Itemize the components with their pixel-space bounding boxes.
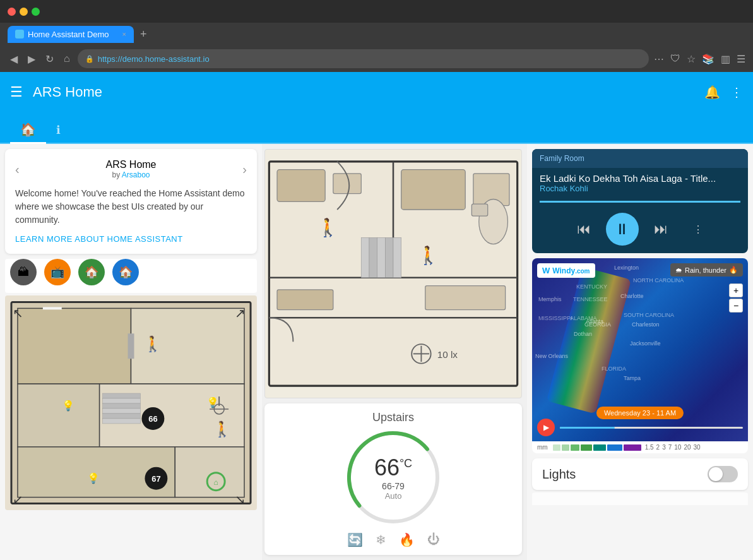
media-pause-button[interactable]: ⏸ bbox=[606, 213, 639, 246]
rain-thunder-badge: 🌧 Rain, thunder 🔥 bbox=[670, 263, 743, 277]
main-person-1: 🚶 bbox=[317, 217, 339, 238]
thermo-power-icon[interactable]: ⏻ bbox=[427, 532, 440, 547]
weather-card: Lexington KENTUCKY NORTH CAROLINA Memphi… bbox=[532, 258, 748, 453]
media-prev-button[interactable]: ⏮ bbox=[577, 221, 591, 237]
svg-rect-11 bbox=[103, 403, 141, 408]
scale-1 bbox=[553, 444, 560, 451]
svg-text:⌂: ⌂ bbox=[214, 478, 218, 487]
next-row-partial bbox=[532, 492, 748, 505]
weather-map[interactable]: Lexington KENTUCKY NORTH CAROLINA Memphi… bbox=[532, 258, 748, 441]
scale-unit: mm bbox=[537, 444, 548, 451]
scale-4 bbox=[581, 444, 592, 451]
community-icons: 🏔 📺 🏠 🏠 bbox=[10, 259, 252, 285]
house-icon: 🏠 bbox=[20, 122, 36, 137]
media-next-button[interactable]: ⏭ bbox=[654, 221, 668, 237]
state-tennessee: TENNESSEE bbox=[573, 296, 608, 302]
thermostat-name: Upstairs bbox=[372, 411, 414, 424]
author-link[interactable]: Arsaboo bbox=[122, 170, 150, 179]
prev-arrow-button[interactable]: ‹ bbox=[15, 162, 20, 177]
left-panel: ‹ ARS Home by Arsaboo › Welcome home! Yo… bbox=[0, 144, 262, 560]
scale-5 bbox=[593, 444, 606, 451]
svg-rect-14 bbox=[103, 419, 141, 424]
hamburger-menu[interactable]: ☰ bbox=[10, 84, 23, 100]
extensions-icon[interactable]: ⋯ bbox=[654, 53, 664, 65]
header-more-icon[interactable]: ⋮ bbox=[730, 85, 743, 100]
back-button[interactable]: ◀ bbox=[8, 51, 20, 68]
corner-arrow-tr: ↗ bbox=[235, 306, 246, 320]
thermostat-ring[interactable]: 66°C 66-79 Auto bbox=[343, 427, 444, 527]
state-mississippi: MISSISSIPPI bbox=[538, 315, 572, 321]
thermo-flame-icon[interactable]: 🔥 bbox=[399, 532, 415, 547]
media-artist-name: Rochak Kohli bbox=[532, 184, 748, 198]
light-icon-3: 💡 bbox=[87, 472, 100, 484]
city-charleston: Charleston bbox=[632, 321, 660, 328]
thermo-snow-icon[interactable]: ❄ bbox=[376, 532, 386, 547]
svg-rect-9 bbox=[103, 393, 141, 398]
reload-button[interactable]: ↻ bbox=[43, 51, 56, 68]
main-floorplan: 🚶 🚶 10 lx bbox=[264, 149, 522, 398]
tab-info[interactable]: ℹ bbox=[46, 118, 71, 144]
thermostat-degrees: 66 bbox=[374, 454, 400, 480]
svg-rect-40 bbox=[471, 204, 487, 216]
zoom-out-button[interactable]: − bbox=[729, 299, 743, 313]
sidebar-icon[interactable]: ▥ bbox=[721, 53, 730, 65]
floorplan-svg-left: 🚶 🚶 💡 💡 💡 ↖ ↗ ↙ ↘ 66 67 ⌂ bbox=[5, 295, 257, 510]
forward-button[interactable]: ▶ bbox=[25, 51, 38, 68]
state-nc: NORTH CAROLINA bbox=[633, 277, 684, 283]
community-icon-2[interactable]: 🏠 bbox=[78, 259, 105, 285]
info-card-header: ‹ ARS Home by Arsaboo › bbox=[15, 159, 247, 179]
scale-val-7: 30 bbox=[694, 444, 701, 451]
city-new-orleans: New Orleans bbox=[535, 353, 568, 359]
tab-close-button[interactable]: × bbox=[122, 30, 126, 38]
svg-rect-30 bbox=[401, 170, 466, 210]
windy-overlay: W Windy.com bbox=[537, 263, 595, 278]
city-charlotte: Charlotte bbox=[620, 293, 644, 299]
weather-play-button[interactable]: ▶ bbox=[537, 419, 555, 436]
scale-val-5: 10 bbox=[674, 444, 681, 451]
minimize-window-button[interactable] bbox=[20, 8, 28, 16]
lights-toggle[interactable] bbox=[708, 466, 738, 482]
bookmark-icon[interactable]: ☆ bbox=[687, 53, 696, 65]
community-icon-0[interactable]: 🏔 bbox=[10, 259, 37, 285]
weather-scale: mm 1.5 2 3 7 10 20 30 bbox=[532, 441, 748, 453]
header-icons: 🔔 ⋮ bbox=[704, 85, 743, 100]
next-arrow-button[interactable]: › bbox=[242, 162, 247, 177]
media-more-button[interactable]: ⋮ bbox=[693, 223, 703, 235]
home-button[interactable]: ⌂ bbox=[61, 51, 73, 67]
menu-icon[interactable]: ☰ bbox=[737, 53, 745, 65]
svg-rect-33 bbox=[425, 286, 506, 310]
zoom-in-button[interactable]: + bbox=[729, 283, 743, 297]
svg-rect-37 bbox=[385, 237, 393, 277]
corner-arrow-bl: ↙ bbox=[13, 492, 23, 506]
info-card: ‹ ARS Home by Arsaboo › Welcome home! Yo… bbox=[5, 149, 257, 254]
city-memphis: Memphis bbox=[538, 296, 562, 302]
fullscreen-window-button[interactable] bbox=[32, 8, 40, 16]
address-bar-row: ◀ ▶ ↻ ⌂ 🔒 https://demo.home-assistant.io… bbox=[0, 45, 753, 72]
main-floorplan-svg: 🚶 🚶 10 lx bbox=[265, 150, 521, 398]
security-icon: 🔒 bbox=[85, 55, 94, 63]
city-tampa: Tampa bbox=[624, 375, 641, 381]
new-tab-button[interactable]: + bbox=[136, 28, 151, 41]
info-description: Welcome home! You've reached the Home As… bbox=[15, 187, 247, 227]
address-bar[interactable]: 🔒 https://demo.home-assistant.io bbox=[78, 49, 649, 68]
active-tab[interactable]: Home Assistant Demo × bbox=[8, 26, 134, 43]
weather-date-badge: Wednesday 23 - 11 AM bbox=[596, 407, 684, 419]
thermo-refresh-icon[interactable]: 🔄 bbox=[347, 532, 363, 547]
close-window-button[interactable] bbox=[8, 8, 16, 16]
notification-bell-icon[interactable]: 🔔 bbox=[704, 85, 720, 100]
community-icon-1[interactable]: 📺 bbox=[44, 259, 71, 285]
learn-more-link[interactable]: LEARN MORE ABOUT HOME ASSISTANT bbox=[15, 234, 247, 244]
svg-rect-35 bbox=[369, 237, 377, 277]
weather-alert-text: Rain, thunder bbox=[685, 266, 726, 274]
tab-floorplan[interactable]: 🏠 bbox=[10, 117, 46, 144]
fire-icon: 🔥 bbox=[729, 266, 738, 274]
svg-rect-1 bbox=[18, 308, 131, 384]
weather-zoom-controls: + − bbox=[729, 283, 743, 313]
community-icon-3[interactable]: 🏠 bbox=[112, 259, 139, 285]
weather-progress-track[interactable] bbox=[560, 427, 743, 429]
library-icon[interactable]: 📚 bbox=[702, 53, 714, 65]
main-content: ‹ ARS Home by Arsaboo › Welcome home! Yo… bbox=[0, 144, 753, 560]
svg-rect-6 bbox=[175, 447, 244, 497]
windy-logo: W bbox=[542, 266, 550, 275]
shield-icon: 🛡 bbox=[670, 53, 680, 65]
